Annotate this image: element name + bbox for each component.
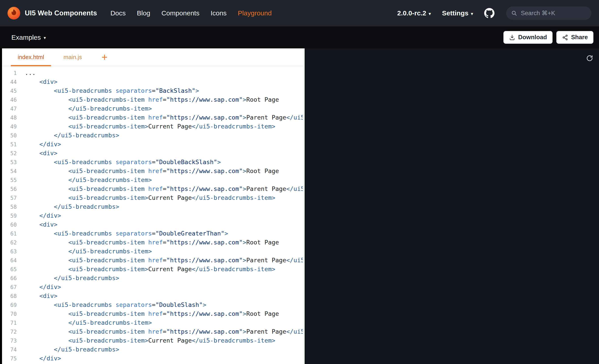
line-number: 57 (2, 194, 17, 202)
code-text: <ui5-breadcrumbs-item href="https://www.… (25, 168, 279, 174)
code-line: 69 <ui5-breadcrumbs separators="DoubleSl… (2, 300, 303, 309)
code-text: </div> (25, 283, 61, 290)
code-line: 58 </ui5-breadcrumbs> (2, 202, 303, 211)
code-line: 45 <ui5-breadcrumbs separators="BackSlas… (2, 86, 303, 95)
refresh-button[interactable] (585, 54, 594, 63)
github-link[interactable] (484, 8, 494, 18)
editor-tab-index.html[interactable]: index.html (11, 48, 51, 66)
code-text: <ui5-breadcrumbs-item>Current Page</ui5-… (25, 337, 275, 344)
add-tab-button[interactable]: + (100, 52, 109, 62)
code-text: <ui5-breadcrumbs separators="BackSlash"> (25, 87, 199, 94)
code-line: 56 <ui5-breadcrumbs-item href="https://w… (2, 185, 303, 193)
code-text: </ui5-breadcrumbs-item> (25, 105, 152, 112)
ui5-logo-icon (7, 6, 21, 20)
main-nav: DocsBlogComponentsIconsPlayground (110, 9, 272, 17)
chevron-down-icon: ▾ (429, 11, 431, 16)
code-text: <ui5-breadcrumbs-item>Current Page</ui5-… (25, 266, 275, 272)
code-editor-panel: index.htmlmain.js+ 1...44 <div>45 <ui5-b… (2, 48, 303, 364)
code-line: 47 </ui5-breadcrumbs-item> (2, 104, 303, 113)
chevron-down-icon: ▾ (471, 11, 473, 16)
code-text: <ui5-breadcrumbs separators="DoubleSlash… (25, 301, 206, 308)
line-number: 76 (2, 363, 17, 364)
version-dropdown[interactable]: 2.0.0-rc.2 ▾ (397, 9, 431, 17)
code-text: <div> (25, 221, 57, 228)
code-text: </ui5-breadcrumbs> (25, 132, 119, 139)
code-text: <ui5-breadcrumbs-item href="https://www.… (25, 96, 279, 103)
editor-tab-main.js[interactable]: main.js (57, 48, 89, 66)
line-number: 45 (2, 86, 17, 95)
line-number: 73 (2, 336, 17, 345)
nav-item-components[interactable]: Components (161, 9, 199, 17)
code-text: <div> (25, 292, 57, 299)
download-icon (509, 34, 515, 41)
nav-item-icons[interactable]: Icons (211, 9, 227, 17)
examples-dropdown[interactable]: Examples ▾ (11, 34, 46, 41)
code-text: </div> (25, 355, 61, 362)
code-text: <ui5-breadcrumbs-item href="https://www.… (25, 257, 303, 264)
code-line: 53 <ui5-breadcrumbs separators="DoubleBa… (2, 158, 303, 167)
header-right: 2.0.0-rc.2 ▾ Settings ▾ (397, 7, 591, 20)
share-button[interactable]: Share (556, 31, 593, 44)
code-line: 1... (2, 68, 303, 77)
line-number: 59 (2, 212, 17, 220)
preview-panel (305, 48, 599, 364)
line-number: 55 (2, 176, 17, 185)
brand[interactable]: UI5 Web Components (7, 6, 97, 20)
code-line: 61 <ui5-breadcrumbs separators="DoubleGr… (2, 229, 303, 238)
line-number: 74 (2, 345, 17, 354)
github-icon (484, 8, 494, 18)
line-number: 48 (2, 113, 17, 122)
code-text: </ui5-breadcrumbs-item> (25, 319, 152, 326)
code-text: <ui5-breadcrumbs-item href="https://www.… (25, 239, 279, 246)
code-line: 49 <ui5-breadcrumbs-item>Current Page</u… (2, 122, 303, 131)
settings-label: Settings (442, 9, 468, 17)
code-area[interactable]: 1...44 <div>45 <ui5-breadcrumbs separato… (2, 66, 303, 364)
code-line: 64 <ui5-breadcrumbs-item href="https://w… (2, 256, 303, 265)
line-number: 64 (2, 256, 17, 265)
search-box[interactable] (506, 7, 591, 20)
code-line: 44 <div> (2, 77, 303, 86)
code-line: 46 <ui5-breadcrumbs-item href="https://w… (2, 95, 303, 104)
code-line: 54 <ui5-breadcrumbs-item href="https://w… (2, 167, 303, 176)
code-line: 74 </ui5-breadcrumbs> (2, 345, 303, 354)
nav-item-blog[interactable]: Blog (137, 9, 150, 17)
code-text: <div> (25, 78, 57, 85)
code-line: 68 <div> (2, 291, 303, 300)
code-line: 63 </ui5-breadcrumbs-item> (2, 247, 303, 256)
nav-item-playground[interactable]: Playground (238, 9, 272, 17)
download-button[interactable]: Download (503, 31, 553, 44)
panel-resize-handle[interactable] (303, 48, 305, 364)
code-text: <ui5-breadcrumbs separators="DoubleBackS… (25, 159, 221, 166)
settings-dropdown[interactable]: Settings ▾ (442, 9, 473, 17)
code-text: <ui5-breadcrumbs-item>Current Page</ui5-… (25, 123, 275, 130)
code-line: 66 </ui5-breadcrumbs> (2, 274, 303, 283)
code-line: 59 </div> (2, 211, 303, 220)
code-line: 70 <ui5-breadcrumbs-item href="https://w… (2, 309, 303, 318)
line-number: 51 (2, 140, 17, 149)
editor-tab-bar: index.htmlmain.js+ (2, 48, 303, 66)
line-number: 60 (2, 220, 17, 229)
download-label: Download (518, 34, 547, 41)
code-line: 65 <ui5-breadcrumbs-item>Current Page</u… (2, 265, 303, 274)
code-line: 75 </div> (2, 354, 303, 363)
nav-item-docs[interactable]: Docs (110, 9, 125, 17)
line-number: 68 (2, 292, 17, 300)
brand-title: UI5 Web Components (25, 9, 97, 17)
code-line: 71 </ui5-breadcrumbs-item> (2, 318, 303, 327)
search-input[interactable] (520, 9, 587, 17)
line-number: 47 (2, 104, 17, 113)
code-text: </ui5-breadcrumbs> (25, 346, 119, 353)
share-icon (562, 34, 568, 41)
line-number: 67 (2, 283, 17, 291)
main-split: index.htmlmain.js+ 1...44 <div>45 <ui5-b… (0, 48, 599, 364)
line-number: 75 (2, 354, 17, 363)
line-number: 49 (2, 122, 17, 131)
line-number: 52 (2, 149, 17, 158)
line-number: 63 (2, 247, 17, 256)
line-number: 1 (2, 69, 17, 77)
version-label: 2.0.0-rc.2 (397, 9, 426, 17)
refresh-icon (586, 55, 593, 62)
code-text: </ui5-breadcrumbs-item> (25, 177, 152, 183)
code-line: 62 <ui5-breadcrumbs-item href="https://w… (2, 238, 303, 247)
line-number: 69 (2, 301, 17, 309)
